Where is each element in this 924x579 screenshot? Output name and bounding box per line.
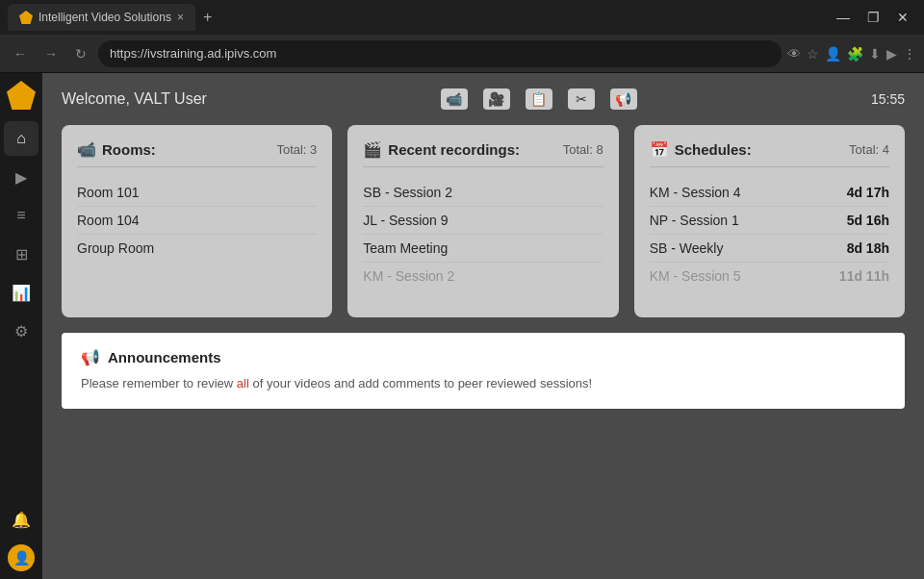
room-item-104[interactable]: Room 104: [77, 207, 317, 235]
cards-row: 📹 Rooms: Total: 3 Room 101 Room 104 Grou…: [62, 125, 905, 317]
schedule-name: KM - Session 5: [650, 268, 741, 284]
sidebar-item-settings[interactable]: ⚙: [4, 314, 38, 348]
recording-team-meeting[interactable]: Team Meeting: [363, 235, 603, 263]
browser-chrome: Intelligent Video Solutions × + — ❐ ✕ ← …: [0, 0, 924, 73]
recordings-title: Recent recordings:: [388, 141, 520, 158]
ann-text-middle: of your videos and add comments to peer …: [249, 376, 592, 390]
header-video-icon[interactable]: 📹: [441, 88, 468, 110]
time-display: 15:55: [871, 91, 905, 107]
schedule-km-session5[interactable]: KM - Session 5 11d 11h: [650, 263, 889, 290]
tab-title: Intelligent Video Solutions: [38, 11, 171, 24]
rooms-card-header: 📹 Rooms: Total: 3: [77, 140, 317, 167]
announcements-panel: 📢 Announcements Please remember to revie…: [62, 333, 905, 409]
schedule-time: 5d 16h: [847, 213, 889, 228]
recording-name: SB - Session 2: [363, 185, 452, 200]
schedule-sb-weekly[interactable]: SB - Weekly 8d 18h: [650, 235, 889, 263]
announcements-icon: 📢: [81, 348, 100, 366]
schedule-time: 8d 18h: [847, 240, 889, 256]
recordings-card-header: 🎬 Recent recordings: Total: 8: [363, 140, 603, 167]
new-tab-button[interactable]: +: [199, 5, 216, 30]
sidebar: ⌂ ▶ ≡ ⊞ 📊 ⚙ 🔔 👤: [0, 73, 42, 579]
tab-bar: Intelligent Video Solutions × + — ❐ ✕: [0, 0, 924, 35]
recordings-title-area: 🎬 Recent recordings:: [363, 140, 520, 159]
schedule-time: 4d 17h: [847, 185, 889, 200]
schedule-time: 11d 11h: [839, 268, 889, 284]
recording-name: JL - Session 9: [363, 213, 448, 228]
schedule-name: SB - Weekly: [650, 240, 724, 256]
group-room-name: Group Room: [77, 240, 154, 256]
extension-icon[interactable]: 🧩: [847, 46, 863, 62]
header-camera-icon[interactable]: 🎥: [483, 88, 510, 110]
recording-sb-session2[interactable]: SB - Session 2: [363, 179, 603, 207]
recording-km-session2[interactable]: KM - Session 2: [363, 263, 603, 290]
tab-close-button[interactable]: ×: [177, 11, 184, 24]
header-icons: 📹 🎥 📋 ✂ 📢: [441, 88, 637, 110]
rooms-title: Rooms:: [102, 141, 156, 158]
announcements-text: Please remember to review all of your vi…: [81, 374, 886, 393]
forward-button[interactable]: →: [38, 42, 64, 65]
sidebar-item-list[interactable]: ≡: [4, 198, 38, 233]
room-item-group[interactable]: Group Room: [77, 235, 317, 262]
schedule-name: NP - Session 1: [650, 213, 739, 228]
download-icon[interactable]: ⬇: [869, 46, 881, 62]
eye-slash-icon[interactable]: 👁: [787, 46, 801, 62]
recording-jl-session9[interactable]: JL - Session 9: [363, 207, 603, 235]
schedules-title: Schedules:: [675, 141, 752, 158]
rooms-card: 📹 Rooms: Total: 3 Room 101 Room 104 Grou…: [62, 125, 332, 317]
bookmark-icon[interactable]: ☆: [807, 46, 819, 62]
room-101-name: Room 101: [77, 185, 140, 200]
back-button[interactable]: ←: [8, 42, 33, 65]
main-content: Welcome, VALT User 📹 🎥 📋 ✂ 📢 15:55 📹 Roo…: [42, 73, 924, 579]
recordings-total: Total: 8: [563, 142, 603, 157]
sidebar-bottom: 🔔 👤: [4, 502, 38, 571]
address-bar: ← → ↻ https://ivstraining.ad.ipivs.com 👁…: [0, 35, 924, 73]
sidebar-avatar[interactable]: 👤: [8, 544, 35, 571]
header-megaphone-icon[interactable]: 📢: [610, 88, 637, 110]
header-grid-icon[interactable]: 📋: [526, 88, 552, 110]
sidebar-notifications[interactable]: 🔔: [4, 502, 38, 537]
schedules-card-header: 📅 Schedules: Total: 4: [650, 140, 889, 167]
recordings-card: 🎬 Recent recordings: Total: 8 SB - Sessi…: [347, 125, 618, 317]
minimize-button[interactable]: —: [829, 8, 858, 27]
recordings-icon: 🎬: [363, 140, 382, 159]
close-button[interactable]: ✕: [889, 8, 916, 27]
schedules-icon: 📅: [650, 140, 669, 159]
play-icon[interactable]: ▶: [886, 46, 897, 62]
schedule-km-session4[interactable]: KM - Session 4 4d 17h: [650, 179, 889, 207]
browser-tab[interactable]: Intelligent Video Solutions ×: [8, 4, 195, 31]
rooms-title-area: 📹 Rooms:: [77, 140, 156, 159]
sidebar-item-home[interactable]: ⌂: [4, 121, 38, 156]
rooms-total: Total: 3: [276, 142, 317, 157]
announcements-title: Announcements: [108, 349, 221, 365]
menu-icon[interactable]: ⋮: [903, 46, 916, 62]
address-text: https://ivstraining.ad.ipivs.com: [110, 46, 276, 61]
sidebar-item-grid[interactable]: ⊞: [4, 237, 38, 271]
sidebar-item-video[interactable]: ▶: [4, 160, 38, 194]
schedule-name: KM - Session 4: [650, 185, 741, 200]
ann-link-all[interactable]: all: [237, 376, 249, 390]
app-logo: [7, 81, 36, 110]
profile-icon[interactable]: 👤: [825, 46, 841, 62]
announcements-header: 📢 Announcements: [81, 348, 886, 366]
schedules-total: Total: 4: [849, 142, 889, 157]
tab-favicon: [19, 11, 33, 24]
recording-name: Team Meeting: [363, 240, 448, 256]
app: ⌂ ▶ ≡ ⊞ 📊 ⚙ 🔔 👤 Welcome, VALT User 📹 🎥 📋…: [0, 73, 924, 579]
recording-name: KM - Session 2: [363, 268, 454, 284]
address-input[interactable]: https://ivstraining.ad.ipivs.com: [98, 40, 782, 67]
rooms-icon: 📹: [77, 140, 96, 159]
schedules-title-area: 📅 Schedules:: [650, 140, 752, 159]
ann-text-before: Please remember to review: [81, 376, 237, 390]
maximize-button[interactable]: ❐: [860, 8, 887, 27]
room-item-101[interactable]: Room 101: [77, 179, 317, 207]
room-104-name: Room 104: [77, 213, 140, 228]
header-crosshair-icon[interactable]: ✂: [568, 88, 595, 110]
window-controls: — ❐ ✕: [829, 8, 916, 27]
sidebar-item-chart[interactable]: 📊: [4, 275, 38, 310]
welcome-text: Welcome, VALT User: [62, 90, 207, 108]
reload-button[interactable]: ↻: [69, 42, 92, 65]
page-header: Welcome, VALT User 📹 🎥 📋 ✂ 📢 15:55: [62, 88, 905, 110]
address-icons: 👁 ☆ 👤 🧩 ⬇ ▶ ⋮: [787, 46, 916, 62]
schedules-card: 📅 Schedules: Total: 4 KM - Session 4 4d …: [634, 125, 905, 317]
schedule-np-session1[interactable]: NP - Session 1 5d 16h: [650, 207, 889, 235]
